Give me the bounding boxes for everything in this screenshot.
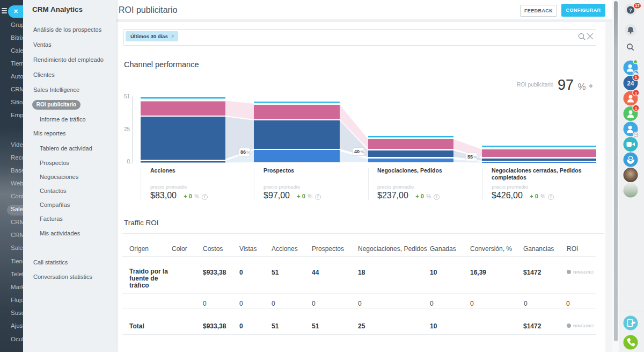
svg-text:86: 86 [240, 149, 246, 155]
svg-text:40: 40 [354, 149, 360, 154]
svg-text:%: % [246, 150, 250, 155]
svg-text:55: 55 [467, 154, 473, 160]
svg-text:%: % [360, 149, 364, 154]
svg-text:%: % [473, 155, 477, 160]
svg-text:?: ? [629, 8, 632, 13]
svg-text:1: 1 [635, 106, 638, 111]
svg-text:0: 0 [127, 159, 130, 164]
svg-text:17: 17 [635, 3, 639, 8]
svg-text:25: 25 [124, 126, 130, 132]
svg-text:1: 1 [635, 91, 638, 96]
svg-text:1: 1 [635, 75, 638, 80]
svg-text:24: 24 [627, 80, 634, 87]
svg-text:51: 51 [124, 94, 130, 99]
